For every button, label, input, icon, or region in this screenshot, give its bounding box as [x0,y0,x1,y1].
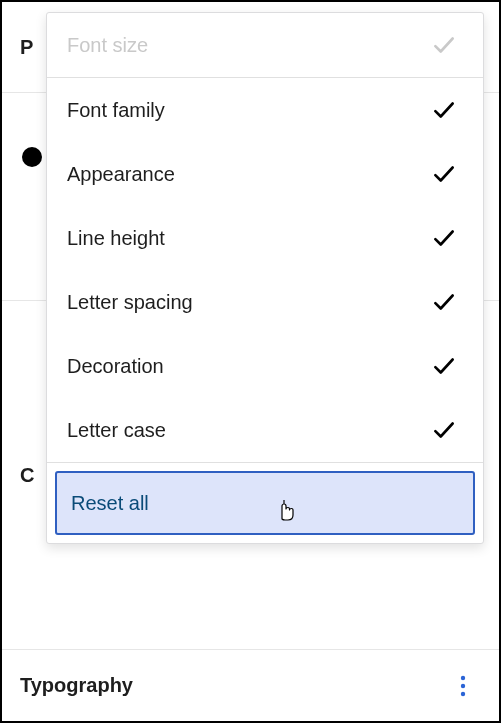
section-title: Typography [20,674,133,697]
menu-item-label: Font size [67,34,148,57]
menu-item-label: Letter case [67,419,166,442]
svg-point-0 [461,675,465,679]
bg-section-c-label: C [20,464,34,487]
menu-item-font-size: Font size [47,13,483,77]
bg-section-p-label: P [20,36,33,59]
menu-item-decoration[interactable]: Decoration [47,334,483,398]
reset-wrap: Reset all [47,463,483,543]
circle-icon [22,147,42,167]
check-icon [431,225,457,251]
check-icon [431,32,457,58]
typography-section-header: Typography [2,649,499,721]
menu-item-label: Appearance [67,163,175,186]
more-vertical-icon [460,674,466,698]
menu-item-letter-case[interactable]: Letter case [47,398,483,462]
pointer-cursor-icon [275,497,295,521]
menu-item-label: Letter spacing [67,291,193,314]
reset-all-button[interactable]: Reset all [55,471,475,535]
reset-all-label: Reset all [71,492,149,515]
check-icon [431,97,457,123]
menu-item-appearance[interactable]: Appearance [47,142,483,206]
check-icon [431,417,457,443]
menu-item-label: Decoration [67,355,164,378]
typography-options-popover: Font size Font family Appearance Line he… [46,12,484,544]
svg-point-1 [461,683,465,687]
typography-options-button[interactable] [445,668,481,704]
menu-item-line-height[interactable]: Line height [47,206,483,270]
check-icon [431,289,457,315]
menu-item-label: Font family [67,99,165,122]
svg-point-2 [461,691,465,695]
menu-item-font-family[interactable]: Font family [47,78,483,142]
menu-item-label: Line height [67,227,165,250]
check-icon [431,161,457,187]
menu-item-letter-spacing[interactable]: Letter spacing [47,270,483,334]
check-icon [431,353,457,379]
